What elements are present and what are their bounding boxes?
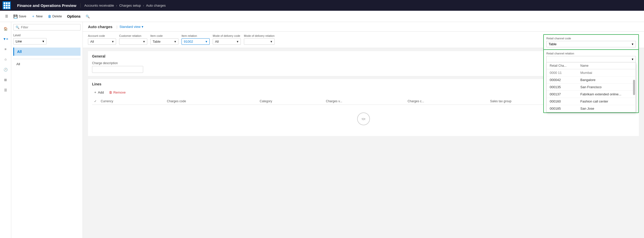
item-code-group: Item code Table ▾ bbox=[150, 34, 178, 45]
item-code-select[interactable]: Table ▾ bbox=[150, 38, 178, 45]
charges-v-col-header: Charges v... bbox=[324, 98, 405, 105]
view-label: Standard view bbox=[119, 25, 140, 29]
list-icon: ≡ bbox=[5, 47, 7, 51]
food-icon: 🍽 bbox=[362, 117, 365, 121]
hamburger-menu-button[interactable]: ☰ bbox=[3, 13, 10, 19]
item-relation-select[interactable]: 91002 ▾ bbox=[182, 38, 210, 45]
filter-icon-button[interactable]: ▼≡ bbox=[1, 34, 10, 43]
mode-delivery-relation-select[interactable]: ▾ bbox=[244, 38, 275, 45]
dropdown-partial-row[interactable]: 0000 11 Mumbai bbox=[547, 69, 636, 76]
item-relation-label: Item relation bbox=[182, 34, 210, 37]
retail-channel-code-select[interactable]: Table ▾ bbox=[546, 41, 636, 47]
empty-icon: 🍽 bbox=[357, 112, 370, 125]
item-relation-group: Item relation 91002 ▾ bbox=[182, 34, 210, 45]
breadcrumb-part3[interactable]: Auto charges bbox=[146, 4, 166, 7]
grid-icon: ⊞ bbox=[4, 78, 7, 82]
charge-description-input[interactable] bbox=[92, 66, 143, 73]
add-line-button[interactable]: ＋ Add bbox=[92, 89, 105, 95]
charges-code-col-header: Charges code bbox=[165, 98, 258, 105]
item-relation-value: 91002 bbox=[184, 40, 193, 43]
new-button[interactable]: ＋ New bbox=[29, 13, 45, 20]
breadcrumb-sep2: › bbox=[143, 4, 144, 7]
dropdown-row-col1: 000135 bbox=[550, 85, 580, 89]
sidebar-item-all-selected[interactable]: All bbox=[13, 48, 81, 56]
scrollbar-indicator[interactable] bbox=[633, 80, 635, 95]
item-code-chevron: ▾ bbox=[174, 40, 176, 43]
customer-relation-select[interactable]: ▾ bbox=[119, 38, 147, 45]
list-item[interactable]: 000042 Bangalore bbox=[547, 76, 636, 84]
mode-delivery-code-label: Mode of delivery code bbox=[213, 34, 241, 37]
delete-label: Delete bbox=[52, 14, 62, 18]
account-code-chevron: ▾ bbox=[112, 40, 114, 43]
remove-line-button[interactable]: 🗑 Remove bbox=[107, 90, 127, 95]
clock-icon-button[interactable]: 🕐 bbox=[1, 65, 10, 74]
account-code-select[interactable]: All ▾ bbox=[88, 38, 116, 45]
mode-delivery-code-select[interactable]: All ▾ bbox=[213, 38, 241, 45]
dropdown-row-col2: Fabrikam extended online... bbox=[580, 92, 631, 96]
retail-channel-code-label: Retail channel code bbox=[546, 37, 636, 40]
breadcrumb-part2[interactable]: Charges setup bbox=[119, 4, 141, 7]
filter-icon: ▼≡ bbox=[3, 37, 8, 41]
dropdown-partial-col2: Mumbai bbox=[580, 71, 632, 75]
list-item[interactable]: 000137 Fabrikam extended online... bbox=[547, 91, 636, 98]
home-button[interactable]: 🏠 bbox=[1, 24, 10, 33]
list-icon-button[interactable]: ≡ bbox=[1, 44, 10, 54]
sidebar-item-all[interactable]: All bbox=[13, 59, 81, 68]
dropdown-row-col1: 000160 bbox=[550, 99, 580, 103]
grid-icon-button[interactable]: ⊞ bbox=[1, 75, 10, 84]
retail-relation-chevron-icon: ▾ bbox=[632, 57, 634, 61]
dropdown-row-col1: 000137 bbox=[550, 92, 580, 96]
mode-delivery-relation-group: Mode of delivery relation ▾ bbox=[244, 34, 275, 45]
filter-bar[interactable]: 🔍 bbox=[13, 24, 81, 30]
customer-relation-label: Customer relation bbox=[119, 34, 147, 37]
options-button[interactable]: Options bbox=[65, 13, 83, 20]
breadcrumb: Accounts receivable › Charges setup › Au… bbox=[81, 4, 170, 7]
dropdown-partial-col1: 0000 11 bbox=[550, 71, 580, 75]
dropdown-col2-header: Name bbox=[580, 64, 632, 67]
clock-icon: 🕐 bbox=[4, 68, 8, 72]
list-item[interactable]: 000160 Fashion call center bbox=[547, 98, 636, 105]
category-col-header: Category bbox=[258, 98, 324, 105]
account-code-value: All bbox=[90, 40, 94, 43]
view-selector[interactable]: Standard view ▾ bbox=[119, 25, 143, 29]
list-item[interactable]: 000185 San Jose bbox=[547, 105, 636, 112]
retail-relation-input[interactable]: ▾ bbox=[546, 56, 636, 62]
sidebar: 🔍 Level Line ▾ All All bbox=[11, 22, 83, 238]
lines-icon-button[interactable]: ☰ bbox=[1, 85, 10, 95]
mode-delivery-code-value: All bbox=[215, 40, 219, 43]
account-code-label: Account code bbox=[88, 34, 116, 37]
dropdown-overlay: Retail channel code Table ▾ Retail chann… bbox=[543, 34, 639, 113]
toolbar: ☰ 💾 Save ＋ New 🗑 Delete Options 🔍 bbox=[0, 11, 644, 22]
search-icon: 🔍 bbox=[86, 15, 90, 18]
save-icon: 💾 bbox=[13, 14, 18, 18]
home-icon: 🏠 bbox=[4, 27, 8, 31]
breadcrumb-sep1: › bbox=[116, 4, 117, 7]
star-icon-button[interactable]: ☆ bbox=[1, 55, 10, 64]
level-value: Line bbox=[16, 39, 22, 43]
delete-button[interactable]: 🗑 Delete bbox=[46, 13, 64, 20]
level-select[interactable]: Line ▾ bbox=[13, 38, 47, 44]
dropdown-row-col1: 000185 bbox=[550, 107, 580, 110]
item-code-value: Table bbox=[153, 40, 161, 43]
remove-label: Remove bbox=[113, 90, 126, 94]
view-chevron-icon: ▾ bbox=[142, 25, 143, 29]
mode-delivery-code-chevron: ▾ bbox=[237, 40, 239, 43]
save-button[interactable]: 💾 Save bbox=[11, 13, 28, 20]
retail-channel-chevron-icon: ▾ bbox=[632, 42, 634, 46]
breadcrumb-part1[interactable]: Accounts receivable bbox=[84, 4, 114, 7]
account-code-group: Account code All ▾ bbox=[88, 34, 116, 45]
mode-delivery-relation-label: Mode of delivery relation bbox=[244, 34, 275, 37]
mode-delivery-code-group: Mode of delivery code All ▾ bbox=[213, 34, 241, 45]
icon-bar: 🏠 ▼≡ ≡ ☆ 🕐 ⊞ ☰ bbox=[0, 22, 11, 238]
list-item[interactable]: 000135 San Francisco bbox=[547, 84, 636, 91]
filter-input[interactable] bbox=[21, 25, 78, 29]
retail-channel-box: Retail channel code Table ▾ bbox=[543, 34, 639, 50]
waffle-icon[interactable] bbox=[3, 1, 11, 9]
top-bar: Finance and Operations Preview Accounts … bbox=[0, 0, 644, 11]
trash-icon: 🗑 bbox=[109, 90, 112, 94]
level-chevron-icon: ▾ bbox=[42, 39, 44, 43]
search-button[interactable]: 🔍 bbox=[84, 13, 92, 20]
star-icon: ☆ bbox=[4, 58, 7, 61]
new-icon: ＋ bbox=[31, 14, 35, 19]
dropdown-row-col2: San Francisco bbox=[580, 85, 631, 89]
